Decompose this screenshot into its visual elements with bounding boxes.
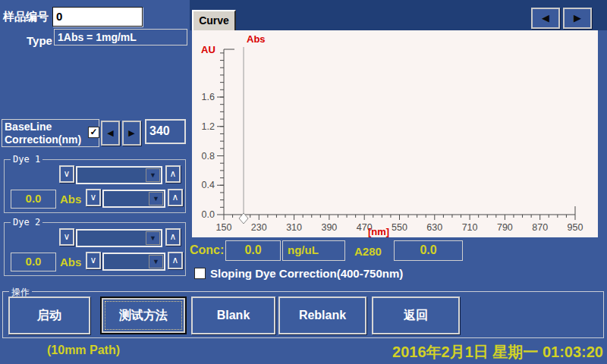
sloping-dye-checkbox[interactable] [194, 268, 206, 279]
reblank-button[interactable]: Reblank [278, 297, 366, 334]
baseline-decrease-button[interactable]: ◀ [101, 121, 120, 146]
dye2-wavelength-combo[interactable]: ▼ [76, 229, 162, 247]
dropdown-arrow-icon[interactable]: ▼ [149, 255, 163, 268]
dye2-analysis-combo[interactable]: ▼ [102, 253, 165, 271]
conc-value: 0.0 [225, 240, 281, 261]
baseline-increase-button[interactable]: ▶ [122, 121, 141, 146]
dye1-analysis-down-button[interactable]: ∨ [86, 189, 101, 206]
x-tick-label: 950 [568, 222, 583, 233]
y-tick-label: 0.8 [202, 151, 215, 162]
dye1-wavelength-down-button[interactable]: ∨ [59, 165, 74, 183]
absorbance-chart-svg: 0.00.40.81.21.61502303103904705506307107… [192, 30, 598, 237]
x-tick-label: 550 [392, 222, 407, 233]
dye1-wavelength-combo[interactable]: ▼ [76, 166, 162, 184]
x-tick-label: 310 [286, 222, 302, 233]
dye2-group-label: Dye 2 [11, 217, 42, 228]
baseline-wavelength-field[interactable]: 340 [145, 119, 186, 144]
type-field[interactable]: 1Abs = 1mg/mL [54, 29, 187, 46]
series-label: Abs [247, 33, 266, 45]
left-arrow-icon: ◀ [542, 12, 549, 24]
scroll-right-button[interactable]: ▶ [563, 8, 592, 29]
dropdown-arrow-icon[interactable]: ▼ [149, 192, 163, 206]
dropdown-arrow-icon[interactable]: ▼ [146, 168, 160, 182]
dye2-group: Dye 2 ∨ ▼ ∧ 0.0 Abs ∨ ▼ ∧ [4, 222, 186, 276]
chevron-down-icon: ∨ [90, 255, 97, 265]
right-arrow-icon: ▶ [128, 128, 134, 137]
a280-value: 0.0 [394, 240, 463, 261]
dye2-abs-value: 0.0 [11, 253, 56, 271]
y-tick-label: 1.6 [202, 92, 215, 102]
x-tick-label: 790 [497, 222, 513, 233]
datetime-display: 2016年2月1日 星期一 01:03:20 [392, 342, 603, 362]
x-tick-label: 630 [426, 222, 442, 233]
baseline-correction-label: BaseLine Correction(nm) [2, 119, 99, 147]
scroll-left-button[interactable]: ◀ [531, 8, 560, 29]
chevron-down-icon: ∨ [64, 168, 71, 179]
x-axis-label: [nm] [368, 226, 389, 237]
dye2-wavelength-up-button[interactable]: ∧ [165, 228, 181, 246]
dye1-abs-label: Abs [60, 193, 81, 206]
left-arrow-icon: ◀ [107, 128, 113, 137]
dye2-wavelength-down-button[interactable]: ∨ [59, 228, 74, 246]
start-button[interactable]: 启动 [8, 297, 90, 334]
right-arrow-icon: ▶ [574, 12, 581, 24]
chevron-up-icon: ∧ [170, 168, 177, 179]
sloping-dye-label: Sloping Dye Correction(400-750nm) [210, 267, 403, 280]
y-tick-label: 0.0 [202, 209, 215, 220]
chart-tab-strip: Curve ◀ ▶ [190, 0, 607, 30]
dye2-abs-label: Abs [60, 256, 81, 268]
dye2-analysis-up-button[interactable]: ∧ [168, 252, 183, 269]
dye1-group-label: Dye 1 [11, 154, 42, 165]
dye1-wavelength-up-button[interactable]: ∧ [165, 165, 181, 183]
check-icon: ✓ [90, 127, 97, 137]
a280-label: A280 [354, 245, 382, 258]
type-label: Type [27, 34, 52, 47]
x-tick-label: 390 [321, 222, 337, 233]
action-group: 操作 启动 测试方法 Blank Reblank 返回 [2, 291, 604, 338]
y-tick-label: 0.4 [202, 180, 215, 190]
sample-number-label: 样品编号 [3, 10, 49, 24]
return-button[interactable]: 返回 [372, 297, 460, 334]
tab-curve[interactable]: Curve [192, 10, 236, 30]
dye1-group: Dye 1 ∨ ▼ ∧ 0.0 Abs ∨ ▼ ∧ [4, 159, 186, 213]
y-tick-label: 1.2 [202, 121, 215, 132]
x-tick-label: 230 [251, 222, 267, 233]
x-tick-label: 150 [216, 222, 232, 233]
conc-label: Conc: [190, 243, 224, 257]
sample-number-input[interactable]: 0 [52, 7, 143, 27]
chevron-up-icon: ∧ [172, 255, 179, 265]
dye1-abs-value: 0.0 [11, 190, 56, 209]
dye2-analysis-down-button[interactable]: ∨ [86, 252, 101, 269]
baseline-checkbox[interactable]: ✓ [88, 127, 99, 138]
chevron-up-icon: ∧ [172, 192, 179, 202]
x-tick-label: 870 [532, 222, 548, 233]
chevron-down-icon: ∨ [64, 231, 71, 242]
path-length-label: (10mm Path) [47, 344, 120, 357]
dropdown-arrow-icon[interactable]: ▼ [146, 231, 160, 245]
y-axis-label: AU [201, 44, 215, 55]
instrument-screen: 样品编号 0 Type 1Abs = 1mg/mL Curve ◀ ▶ 0.00… [0, 0, 607, 364]
dye1-analysis-combo[interactable]: ▼ [102, 190, 165, 208]
test-method-button[interactable]: 测试方法 [100, 297, 187, 334]
chevron-up-icon: ∧ [170, 231, 177, 242]
absorbance-chart: 0.00.40.81.21.61502303103904705506307107… [192, 30, 598, 237]
blank-button[interactable]: Blank [191, 297, 275, 334]
x-tick-label: 710 [462, 222, 478, 233]
chevron-down-icon: ∨ [90, 192, 97, 202]
dye1-analysis-up-button[interactable]: ∧ [168, 189, 183, 206]
conc-unit-field[interactable]: ng/uL [282, 240, 345, 261]
